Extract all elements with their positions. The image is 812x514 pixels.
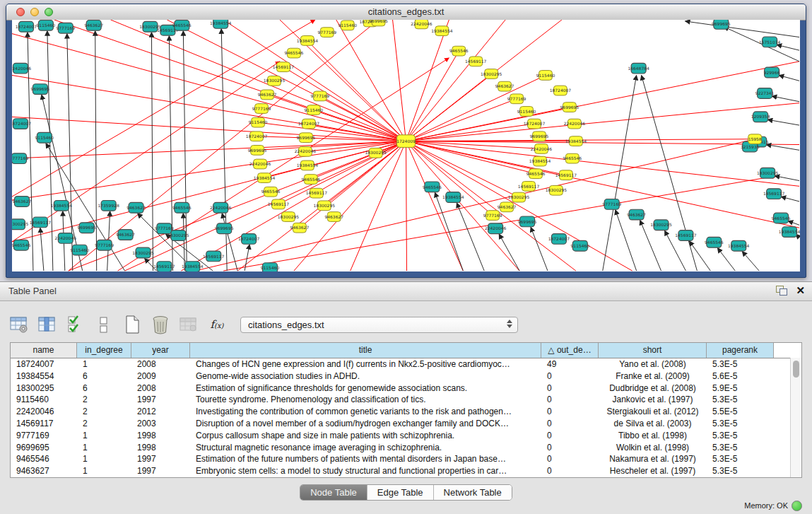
- graph-node[interactable]: 9777169: [56, 23, 75, 33]
- table-row[interactable]: 977716911998Corpus callosum shape and si…: [11, 430, 801, 442]
- table-cell[interactable]: 18300295: [11, 382, 77, 395]
- graph-node[interactable]: 22420046: [55, 233, 77, 244]
- table-cell[interactable]: 0: [541, 406, 599, 418]
- table-cell[interactable]: 0: [541, 465, 599, 477]
- table-cell[interactable]: 1998: [131, 442, 190, 454]
- float-panel-icon[interactable]: [776, 286, 787, 296]
- table-cell[interactable]: Structural magnetic resonance image aver…: [190, 442, 541, 454]
- graph-node[interactable]: 18300295: [314, 201, 336, 211]
- table-cell[interactable]: 49: [541, 358, 599, 370]
- table-cell[interactable]: 18724007: [11, 358, 77, 370]
- table-cell[interactable]: de Silva et al. (2003): [599, 418, 707, 430]
- graph-node[interactable]: 14569117: [273, 62, 295, 72]
- table-cell[interactable]: 2009: [131, 370, 190, 382]
- table-cell[interactable]: Tourette syndrome. Phenomenology and cla…: [190, 394, 541, 406]
- table-cell[interactable]: 22420046: [11, 406, 77, 418]
- table-cell[interactable]: 0: [541, 442, 599, 454]
- graph-node[interactable]: 9115460: [536, 71, 555, 81]
- graph-node[interactable]: 18724007: [246, 132, 268, 141]
- table-cell[interactable]: 1: [77, 430, 131, 442]
- table-cell[interactable]: Hescheler et al. (1997): [599, 465, 707, 477]
- table-cell[interactable]: 5.3E-5: [707, 442, 774, 454]
- table-cell[interactable]: 5.3E-5: [707, 418, 774, 430]
- network-canvas[interactable]: 1872400791154609777169946362718300295145…: [12, 20, 800, 271]
- table-cell[interactable]: Estimation of the future numbers of pati…: [190, 453, 541, 465]
- graph-node[interactable]: 19384554: [182, 262, 204, 271]
- graph-node[interactable]: 22420046: [485, 223, 507, 234]
- graph-node[interactable]: 14569117: [518, 182, 540, 192]
- graph-node[interactable]: 9699695: [31, 84, 50, 95]
- graph-node[interactable]: 9465546: [705, 237, 724, 247]
- graph-node[interactable]: 18724007: [16, 21, 37, 32]
- table-cell[interactable]: 0: [541, 370, 599, 382]
- table-row[interactable]: 1872400712008Changes of HCN gene express…: [11, 358, 801, 370]
- graph-node[interactable]: 9463627: [116, 230, 135, 240]
- table-cell[interactable]: 2: [77, 406, 131, 418]
- graph-node[interactable]: 9463627: [258, 90, 277, 100]
- table-cell[interactable]: 19384554: [11, 370, 77, 382]
- table-row[interactable]: 1456911722003Disruption of a novel membe…: [11, 418, 801, 430]
- graph-node[interactable]: 18724007: [524, 119, 546, 129]
- graph-node[interactable]: 9777169: [602, 199, 621, 210]
- citation-graph[interactable]: 1872400791154609777169946362718300295145…: [12, 20, 800, 271]
- unselect-all-button[interactable]: [92, 313, 116, 337]
- graph-node[interactable]: 9465546: [285, 48, 304, 58]
- column-header-short[interactable]: short: [599, 343, 707, 358]
- new-table-button[interactable]: [120, 313, 144, 337]
- graph-node[interactable]: 9463627: [126, 202, 146, 213]
- graph-node[interactable]: 9115460: [35, 132, 54, 143]
- graph-node[interactable]: 1209358: [751, 112, 770, 122]
- table-cell[interactable]: 5.9E-5: [707, 382, 774, 395]
- table-cell[interactable]: 0: [541, 430, 599, 442]
- graph-node[interactable]: 18300295: [650, 220, 672, 230]
- table-vertical-scrollbar[interactable]: [790, 358, 801, 477]
- table-cell[interactable]: 5.3E-5: [707, 358, 774, 370]
- table-cell[interactable]: 1997: [131, 394, 190, 406]
- table-row[interactable]: 969969511998Structural magnetic resonanc…: [11, 442, 801, 454]
- graph-node[interactable]: 19384554: [210, 20, 232, 28]
- graph-node[interactable]: 9465546: [423, 182, 442, 192]
- table-cell[interactable]: Estimation of significance thresholds fo…: [190, 382, 541, 395]
- table-cell[interactable]: Nakamura et al. (1997): [599, 453, 707, 465]
- table-cell[interactable]: 0: [541, 382, 599, 395]
- graph-node[interactable]: 9465546: [302, 175, 321, 185]
- graph-node[interactable]: 14569117: [306, 188, 328, 198]
- graph-node[interactable]: 19384554: [297, 36, 319, 46]
- graph-node[interactable]: 9699695: [215, 223, 234, 234]
- table-cell[interactable]: Changes of HCN gene expression and I(f) …: [190, 358, 541, 370]
- table-cell[interactable]: Wolkin et al. (1998): [599, 442, 707, 454]
- table-cell[interactable]: 1: [77, 442, 131, 454]
- table-cell[interactable]: 2008: [131, 382, 190, 395]
- delete-column-button[interactable]: [148, 313, 172, 337]
- column-header-out_de…[interactable]: △ out_de…: [541, 343, 599, 358]
- graph-node[interactable]: 9699695: [560, 103, 579, 112]
- table-cell[interactable]: Franke et al. (2009): [599, 370, 707, 382]
- table-cell[interactable]: Disruption of a novel member of a sodium…: [190, 418, 541, 430]
- graph-node[interactable]: 9463627: [84, 20, 103, 30]
- graph-node[interactable]: 14569117: [153, 262, 175, 271]
- table-cell[interactable]: 1: [77, 453, 131, 465]
- graph-node[interactable]: 9777169: [311, 91, 330, 101]
- graph-node[interactable]: 18300295: [12, 219, 28, 230]
- graph-node[interactable]: 18300295: [132, 247, 154, 258]
- graph-node[interactable]: 9463627: [290, 223, 310, 233]
- table-cell[interactable]: 1: [77, 358, 131, 370]
- graph-node[interactable]: 9115460: [571, 240, 590, 251]
- graph-node[interactable]: 18724007: [238, 234, 260, 245]
- graph-node[interactable]: 9465546: [172, 20, 192, 30]
- table-cell[interactable]: 5.5E-5: [707, 406, 774, 418]
- graph-node[interactable]: 18724007: [12, 119, 31, 129]
- table-row[interactable]: 1830029562008Estimation of significance …: [11, 382, 801, 395]
- table-cell[interactable]: 6: [77, 370, 131, 382]
- table-cell[interactable]: 0: [541, 453, 599, 465]
- graph-node[interactable]: 9777169: [318, 28, 337, 37]
- graph-node[interactable]: 22420046: [411, 20, 433, 29]
- graph-node[interactable]: 15958: [748, 134, 762, 144]
- graph-node[interactable]: 19384554: [442, 192, 464, 203]
- select-all-button[interactable]: [64, 313, 88, 337]
- graph-node[interactable]: 18724007: [548, 234, 570, 245]
- table-cell[interactable]: 2: [77, 394, 131, 406]
- table-cell[interactable]: 9777169: [11, 430, 77, 442]
- table-cell[interactable]: 6: [77, 382, 131, 395]
- graph-node[interactable]: 9777169: [12, 153, 29, 164]
